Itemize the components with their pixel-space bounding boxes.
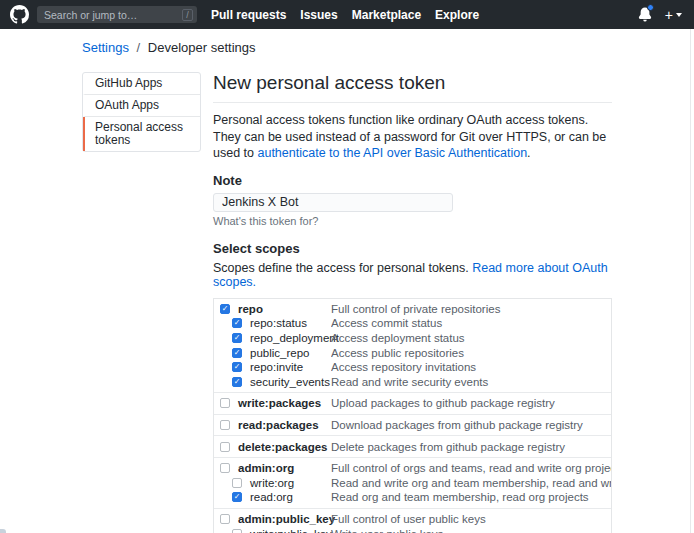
scope-name: repo:invite [250,361,303,373]
scope-name-cell: ✓repo:invite [214,361,331,373]
scope-description: Write user public keys [331,528,611,533]
scopes-table: ✓repoFull control of private repositorie… [213,298,612,533]
plus-icon: + [665,8,673,22]
search-input[interactable]: Search or jump to… / [37,6,197,23]
nav-marketplace[interactable]: Marketplace [352,8,421,22]
scope-checkbox-read:org[interactable]: ✓ [232,492,242,502]
scope-name-cell: admin:org [214,462,331,474]
nav-explore[interactable]: Explore [435,8,479,22]
scrollbar[interactable] [690,29,691,533]
top-navbar: Search or jump to… / Pull requests Issue… [0,0,694,29]
scope-checkbox-repo_deployment[interactable]: ✓ [232,333,242,343]
breadcrumb: Settings / Developer settings [0,29,694,55]
scope-row-write:org: write:orgRead and write org and team mem… [214,475,611,490]
scope-row-public_repo: ✓public_repoAccess public repositories [214,345,611,360]
scope-name: delete:packages [238,441,328,453]
scope-row-admin:org: admin:orgFull control of orgs and teams,… [214,461,611,476]
scope-checkbox-write:packages[interactable] [220,398,230,408]
sidebar-item-oauth-apps[interactable]: OAuth Apps [83,95,200,117]
status-tooltip-fragment [0,529,6,533]
notification-dot [647,4,654,11]
scope-checkbox-repo:status[interactable]: ✓ [232,318,242,328]
sidebar-item-personal-access-tokens[interactable]: Personal access tokens [83,117,200,151]
scope-name-cell: delete:packages [214,441,331,453]
scope-name-cell: write:org [214,477,331,489]
scope-checkbox-repo:invite[interactable]: ✓ [232,362,242,372]
github-logo-icon[interactable] [10,5,29,24]
scope-row-admin:public_key: admin:public_keyFull control of user pub… [214,512,611,527]
scope-checkbox-public_repo[interactable]: ✓ [232,348,242,358]
intro-text-after: . [527,146,530,160]
scope-name-cell: write:packages [214,397,331,409]
developer-settings-sidebar: GitHub AppsOAuth AppsPersonal access tok… [82,72,201,152]
scope-description: Upload packages to github package regist… [331,397,611,409]
scope-checkbox-read:packages[interactable] [220,420,230,430]
breadcrumb-settings-link[interactable]: Settings [82,40,129,55]
scope-checkbox-security_events[interactable]: ✓ [232,377,242,387]
scope-name: admin:org [238,462,294,474]
scope-description: Access commit status [331,317,611,329]
scopes-description: Scopes define the access for personal to… [213,261,612,289]
scope-checkbox-delete:packages[interactable] [220,442,230,452]
scope-row-repo_deployment: ✓repo_deploymentAccess deployment status [214,331,611,346]
scope-row-delete:packages: delete:packagesDelete packages from gith… [214,439,611,454]
scope-description: Full control of private repositories [331,303,611,315]
breadcrumb-current: Developer settings [148,40,256,55]
scope-name: admin:public_key [238,513,335,525]
nav-issues[interactable]: Issues [300,8,337,22]
scope-description: Delete packages from github package regi… [331,441,611,453]
create-new-button[interactable]: + [665,8,682,22]
basic-auth-link[interactable]: authenticate to the API over Basic Authe… [257,146,527,160]
top-nav-links: Pull requests Issues Marketplace Explore [211,8,479,22]
scope-name: security_events [250,376,330,388]
scope-name-cell: ✓repo_deployment [214,332,331,344]
scope-checkbox-admin:org[interactable] [220,463,230,473]
scope-name-cell: read:packages [214,419,331,431]
sidebar-item-github-apps[interactable]: GitHub Apps [83,73,200,95]
scope-name-cell: ✓repo [214,303,331,315]
scope-group: read:packagesDownload packages from gith… [214,414,611,436]
scope-description: Read and write org and team membership, … [331,477,611,489]
scope-row-read:org: ✓read:orgRead org and team membership, r… [214,490,611,505]
scope-group: admin:public_keyFull control of user pub… [214,508,611,533]
intro-paragraph: Personal access tokens function like ord… [213,112,612,162]
scope-group: ✓repoFull control of private repositorie… [214,299,611,393]
note-input[interactable] [213,193,453,212]
page-title: New personal access token [213,72,612,103]
scopes-description-text: Scopes define the access for personal to… [213,261,472,275]
scope-description: Access repository invitations [331,361,611,373]
scope-name: public_repo [250,347,309,359]
scope-description: Read org and team membership, read org p… [331,491,611,503]
scope-name-cell: ✓repo:status [214,317,331,329]
scope-description: Download packages from github package re… [331,419,611,431]
notifications-button[interactable] [638,7,652,22]
scope-row-write:public_key: write:public_keyWrite user public keys [214,526,611,533]
scope-description: Access deployment status [331,332,611,344]
scope-description: Read and write security events [331,376,611,388]
scope-name: repo [238,303,263,315]
scope-name: write:org [250,477,294,489]
scope-row-repo:status: ✓repo:statusAccess commit status [214,316,611,331]
scope-description: Access public repositories [331,347,611,359]
nav-pull-requests[interactable]: Pull requests [211,8,286,22]
slash-key-hint: / [182,9,193,21]
scope-row-security_events: ✓security_eventsRead and write security … [214,374,611,389]
note-label: Note [213,173,612,188]
scope-name: read:packages [238,419,319,431]
scope-name-cell: admin:public_key [214,513,331,525]
scope-name: repo:status [250,317,307,329]
scope-checkbox-repo[interactable]: ✓ [220,304,230,314]
scope-row-write:packages: write:packagesUpload packages to github … [214,396,611,411]
scope-name: write:packages [238,397,321,409]
scope-checkbox-admin:public_key[interactable] [220,514,230,524]
breadcrumb-separator: / [137,40,141,55]
scope-group: admin:orgFull control of orgs and teams,… [214,457,611,508]
page: Search or jump to… / Pull requests Issue… [0,0,694,533]
scope-checkbox-write:public_key[interactable] [232,529,242,533]
scope-row-repo:invite: ✓repo:inviteAccess repository invitation… [214,360,611,375]
scope-description: Full control of orgs and teams, read and… [331,462,611,474]
scope-group: write:packagesUpload packages to github … [214,392,611,414]
scope-checkbox-write:org[interactable] [232,478,242,488]
main-content: New personal access token Personal acces… [213,72,612,533]
search-placeholder: Search or jump to… [44,9,182,21]
